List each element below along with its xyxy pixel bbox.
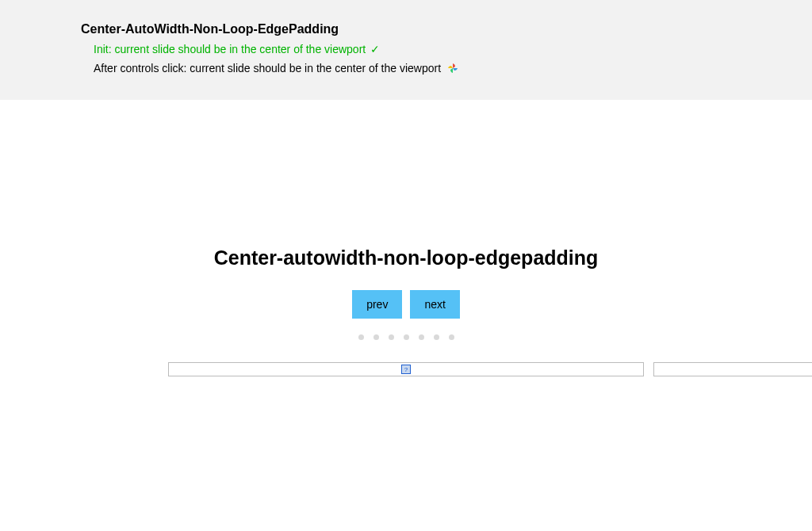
- checkmark-icon: ✓: [370, 43, 380, 55]
- test-result-text: Init: current slide should be in the cen…: [94, 43, 366, 55]
- carousel-dot[interactable]: [449, 334, 454, 340]
- carousel-dot[interactable]: [419, 334, 424, 340]
- carousel-dot[interactable]: [373, 334, 379, 340]
- carousel-slide[interactable]: [653, 362, 812, 376]
- carousel-controls: prev next: [0, 290, 812, 319]
- carousel-title: Center-autowidth-non-loop-edgepadding: [0, 246, 812, 269]
- test-result-text: After controls click: current slide shou…: [94, 62, 441, 74]
- carousel-slide[interactable]: ?: [168, 362, 644, 376]
- carousel-dot[interactable]: [358, 334, 364, 340]
- test-suite-title: Center-AutoWidth-Non-Loop-EdgePadding: [81, 22, 812, 36]
- test-result-line: Init: current slide should be in the cen…: [81, 43, 812, 55]
- prev-button[interactable]: prev: [352, 290, 402, 319]
- carousel-dot[interactable]: [404, 334, 409, 340]
- carousel-demo-area: Center-autowidth-non-loop-edgepadding pr…: [0, 100, 812, 376]
- next-button[interactable]: next: [410, 290, 459, 319]
- carousel-dots: [0, 334, 812, 340]
- test-results-header: Center-AutoWidth-Non-Loop-EdgePadding In…: [0, 0, 812, 100]
- broken-image-icon: ?: [401, 365, 411, 374]
- pinwheel-icon: [447, 63, 458, 74]
- carousel-track: ?: [0, 362, 812, 376]
- carousel-dot[interactable]: [389, 334, 394, 340]
- carousel-dot[interactable]: [434, 334, 439, 340]
- test-result-line: After controls click: current slide shou…: [81, 62, 812, 74]
